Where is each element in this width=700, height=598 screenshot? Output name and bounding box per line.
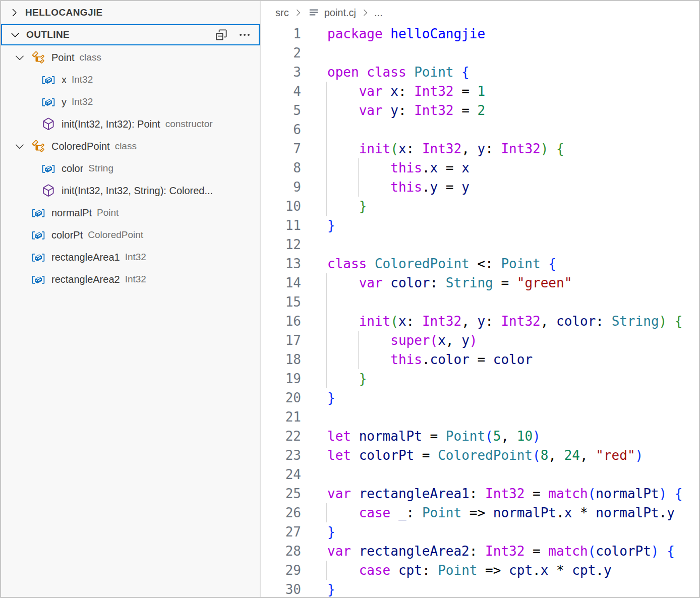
line-number[interactable]: 29 — [261, 561, 301, 580]
outline-item[interactable]: init(Int32, Int32, String): Colored... — [1, 180, 260, 202]
line-number[interactable]: 20 — [261, 388, 301, 407]
code-line[interactable]: 25 var rectangleArea1: Int32 = match(nor… — [261, 484, 699, 503]
code-token: init — [359, 314, 391, 329]
line-number[interactable]: 16 — [261, 312, 301, 331]
outline-item[interactable]: color String — [1, 157, 260, 180]
outline-item[interactable]: Point class — [1, 46, 260, 69]
code-line[interactable]: 1 package helloCangjie — [261, 24, 699, 43]
outline-item[interactable]: y Int32 — [1, 91, 260, 113]
line-number[interactable]: 2 — [261, 43, 301, 63]
outline-item[interactable]: init(Int32, Int32): Point constructor — [1, 113, 260, 135]
code-token: ) — [659, 486, 667, 501]
code-token: normalPt — [493, 505, 556, 520]
code-line[interactable]: 28 var rectangleArea2: Int32 = match(col… — [261, 542, 699, 561]
line-number[interactable]: 26 — [261, 503, 301, 522]
line-number[interactable]: 15 — [261, 292, 301, 312]
code-line[interactable]: 27 } — [261, 522, 699, 542]
code-token: cpt — [572, 563, 596, 578]
code-line[interactable]: 20 } — [261, 388, 699, 407]
line-number[interactable]: 18 — [261, 350, 301, 369]
code-token: ( — [533, 448, 541, 463]
code-token: , — [446, 333, 461, 348]
code-token: } — [359, 371, 367, 386]
line-number[interactable]: 17 — [261, 331, 301, 350]
line-number[interactable]: 12 — [261, 235, 301, 254]
line-number[interactable]: 27 — [261, 522, 301, 542]
code-line[interactable]: 21 — [261, 407, 699, 427]
code-line[interactable]: 23 let colorPt = ColoredPoint(8, 24, "re… — [261, 446, 699, 465]
line-number[interactable]: 13 — [261, 254, 301, 273]
line-number[interactable]: 5 — [261, 101, 301, 120]
code-token: 10 — [517, 429, 533, 444]
code-token: } — [327, 390, 335, 405]
code-line[interactable]: 12 — [261, 235, 699, 254]
line-number[interactable]: 24 — [261, 465, 301, 484]
code-token: package — [327, 26, 390, 41]
code-token: super — [390, 333, 430, 348]
line-number[interactable]: 23 — [261, 446, 301, 465]
code-token: helloCangjie — [390, 26, 485, 41]
outline-section-header[interactable]: OUTLINE — [1, 24, 260, 45]
code-token: y — [477, 141, 485, 156]
code-token: : — [406, 505, 422, 520]
code-token: y — [604, 563, 612, 578]
code-line[interactable]: 30 } — [261, 580, 699, 597]
line-number[interactable]: 8 — [261, 158, 301, 177]
line-number[interactable]: 30 — [261, 580, 301, 597]
explorer-section-header[interactable]: HELLOCANGJIE — [1, 1, 260, 24]
code-token — [327, 141, 359, 156]
code-line[interactable]: 2 — [261, 43, 699, 63]
code-token: Point — [446, 429, 485, 444]
code-area[interactable]: 1 package helloCangjie 2 3 open class Po… — [261, 24, 699, 597]
chevron-down-icon[interactable] — [13, 51, 31, 64]
line-number[interactable]: 6 — [261, 120, 301, 139]
outline-item[interactable]: x Int32 — [1, 69, 260, 91]
code-text: var x: Int32 = 1 — [301, 82, 485, 101]
code-token: x — [390, 84, 398, 99]
line-number[interactable]: 9 — [261, 177, 301, 197]
breadcrumb-item-symbol[interactable]: ... — [374, 7, 383, 19]
code-token: : — [430, 275, 446, 290]
code-line[interactable]: 13 class ColoredPoint <: Point { — [261, 254, 699, 273]
editor[interactable]: src point.cj ... 1 package helloCangjie … — [261, 1, 699, 597]
code-token: x — [541, 563, 549, 578]
line-number[interactable]: 22 — [261, 427, 301, 446]
outline-item[interactable]: rectangleArea2 Int32 — [1, 268, 260, 290]
code-text: init(x: Int32, y: Int32) { — [301, 139, 564, 158]
breadcrumb-item-folder[interactable]: src — [275, 7, 289, 19]
outline-item[interactable]: rectangleArea1 Int32 — [1, 246, 260, 268]
breadcrumb-item-file[interactable]: point.cj — [324, 7, 356, 19]
outline-item[interactable]: colorPt ColoredPoint — [1, 224, 260, 246]
code-line[interactable]: 22 let normalPt = Point(5, 10) — [261, 427, 699, 446]
line-number[interactable]: 1 — [261, 24, 301, 43]
code-token: { — [667, 544, 675, 559]
chevron-down-icon[interactable] — [13, 140, 31, 153]
line-number[interactable]: 25 — [261, 484, 301, 503]
line-number[interactable]: 21 — [261, 407, 301, 427]
outline-item-label: init(Int32, Int32, String): Colored... — [62, 185, 213, 197]
collapse-all-button[interactable] — [212, 26, 230, 44]
code-token — [327, 314, 359, 329]
line-number[interactable]: 3 — [261, 63, 301, 82]
line-number[interactable]: 28 — [261, 542, 301, 561]
code-text: var rectangleArea2: Int32 = match(colorP… — [301, 542, 675, 561]
outline-item[interactable]: normalPt Point — [1, 202, 260, 224]
line-number[interactable]: 19 — [261, 369, 301, 388]
code-line[interactable]: 24 — [261, 465, 699, 484]
code-text: let normalPt = Point(5, 10) — [301, 427, 541, 446]
code-line[interactable]: 3 open class Point { — [261, 63, 699, 82]
code-token: normalPt — [596, 486, 659, 501]
line-number[interactable]: 10 — [261, 197, 301, 216]
line-number[interactable]: 14 — [261, 273, 301, 292]
line-number[interactable]: 7 — [261, 139, 301, 158]
more-actions-button[interactable] — [236, 26, 254, 44]
chevron-down-icon — [9, 29, 21, 41]
line-number[interactable]: 11 — [261, 216, 301, 235]
code-token — [548, 141, 556, 156]
outline-item[interactable]: ColoredPoint class — [1, 135, 260, 157]
code-token: <: — [477, 256, 501, 271]
code-line[interactable]: 11 } — [261, 216, 699, 235]
line-number[interactable]: 4 — [261, 82, 301, 101]
code-token: case — [359, 563, 398, 578]
outline-item-detail: Point — [97, 207, 119, 218]
